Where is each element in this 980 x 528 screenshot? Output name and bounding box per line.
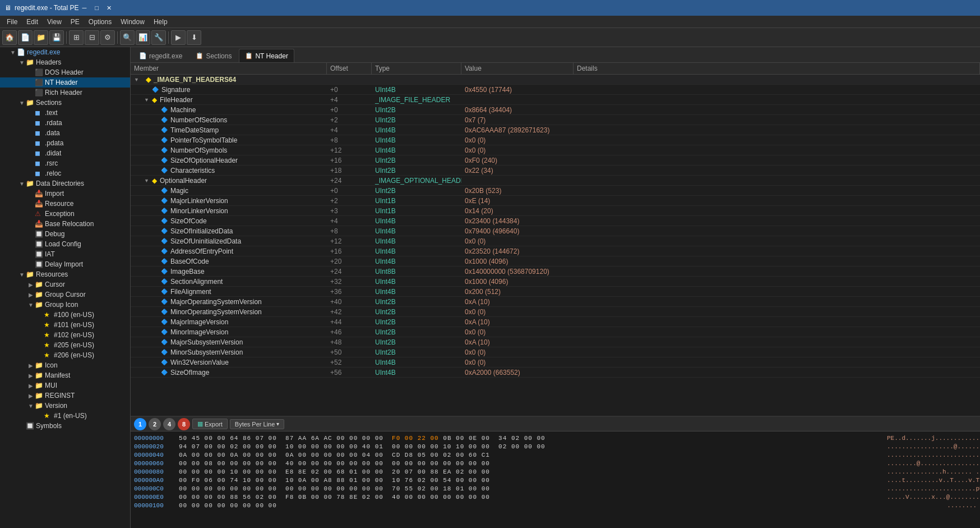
export-button[interactable]: ▦ Export bbox=[192, 419, 228, 429]
toolbar-btn-1[interactable]: 🏠 bbox=[2, 30, 17, 45]
hex-tab-8[interactable]: 8 bbox=[178, 418, 190, 430]
table-row[interactable]: 🔷 TimeDateStamp +4 UInt4B 0xAC6AAA87 (28… bbox=[131, 125, 980, 135]
table-row[interactable]: 🔷 NumberOfSections +2 UInt2B 0x7 (7) bbox=[131, 115, 980, 125]
upper-area[interactable]: Member Offset Type Value Details ▼ ◆ _IM… bbox=[131, 63, 980, 416]
tree-cursor[interactable]: ▶ 📁 Cursor bbox=[0, 279, 130, 290]
bytes-per-line-button[interactable]: Bytes Per Line ▾ bbox=[230, 419, 285, 429]
table-row[interactable]: 🔷 MajorOperatingSystemVersion +40 UInt2B… bbox=[131, 297, 980, 307]
toolbar-btn-6[interactable]: ⊟ bbox=[85, 30, 99, 45]
toolbar-btn-8[interactable]: 🔍 bbox=[120, 30, 135, 45]
tree-didat[interactable]: ◼ .didat bbox=[0, 148, 130, 158]
tree-res-100[interactable]: ★ #100 (en-US) bbox=[0, 310, 130, 320]
tree-exception[interactable]: ⚠ Exception bbox=[0, 209, 130, 219]
tree-debug[interactable]: 🔲 Debug bbox=[0, 229, 130, 239]
table-row[interactable]: 🔷 MajorSubsystemVersion +48 UInt2B 0xA (… bbox=[131, 337, 980, 347]
table-row[interactable]: ▼ ◆ FileHeader +4 _IMAGE_FILE_HEADER bbox=[131, 95, 980, 105]
hex-tab-2[interactable]: 2 bbox=[149, 418, 161, 430]
toolbar-btn-10[interactable]: 🔧 bbox=[151, 30, 166, 45]
tree-rsrc[interactable]: ◼ .rsrc bbox=[0, 158, 130, 168]
close-button[interactable]: ✕ bbox=[104, 2, 115, 13]
tree-sections[interactable]: ▼ 📁 Sections bbox=[0, 98, 130, 108]
tree-rich-header[interactable]: ⬛ Rich Header bbox=[0, 88, 130, 98]
tab-regedit[interactable]: 📄 regedit.exe bbox=[133, 49, 188, 62]
table-row[interactable]: 🔷 AddressOfEntryPoint +16 UInt4B 0x23520… bbox=[131, 246, 980, 256]
tree-pdata[interactable]: ◼ .pdata bbox=[0, 138, 130, 148]
table-row[interactable]: 🔷 Signature +0 UInt4B 0x4550 (17744) bbox=[131, 85, 980, 95]
menu-options[interactable]: Options bbox=[84, 17, 116, 27]
toolbar-btn-9[interactable]: 📊 bbox=[136, 30, 150, 45]
tree-res-206[interactable]: ★ #206 (en-US) bbox=[0, 350, 130, 360]
table-row[interactable]: 🔷 MinorImageVersion +46 UInt2B 0x0 (0) bbox=[131, 327, 980, 337]
tree-nt-header[interactable]: ⬛ NT Header bbox=[0, 77, 130, 88]
table-row[interactable]: 🔷 Win32VersionValue +52 UInt4B 0x0 (0) bbox=[131, 357, 980, 368]
toolbar-btn-5[interactable]: ⊞ bbox=[69, 30, 84, 45]
table-row[interactable]: 🔷 SectionAlignment +32 UInt4B 0x1000 (40… bbox=[131, 277, 980, 287]
toolbar-btn-12[interactable]: ⬇ bbox=[187, 30, 201, 45]
table-row[interactable]: 🔷 NumberOfSymbols +12 UInt4B 0x0 (0) bbox=[131, 145, 980, 155]
tree-loadconfig[interactable]: 🔲 Load Config bbox=[0, 239, 130, 249]
tree-data[interactable]: ◼ .data bbox=[0, 128, 130, 138]
menu-pe[interactable]: PE bbox=[66, 17, 84, 27]
tree-reloc[interactable]: ◼ .reloc bbox=[0, 168, 130, 178]
tree-version[interactable]: ▼ 📁 Version bbox=[0, 401, 130, 411]
table-row[interactable]: 🔷 SizeOfUninitializedData +12 UInt4B 0x0… bbox=[131, 236, 980, 246]
table-row[interactable]: 🔷 Magic +0 UInt2B 0x20B (523) bbox=[131, 186, 980, 196]
table-row[interactable]: 🔷 MinorSubsystemVersion +50 UInt2B 0x0 (… bbox=[131, 347, 980, 357]
menu-window[interactable]: Window bbox=[116, 17, 149, 27]
tree-res-205[interactable]: ★ #205 (en-US) bbox=[0, 340, 130, 350]
menu-file[interactable]: File bbox=[2, 17, 22, 27]
tree-mui[interactable]: ▶ 📁 MUI bbox=[0, 380, 130, 391]
tree-ver-1[interactable]: ★ #1 (en-US) bbox=[0, 411, 130, 421]
menu-help[interactable]: Help bbox=[149, 17, 172, 27]
table-row[interactable]: 🔷 MinorOperatingSystemVersion +42 UInt2B… bbox=[131, 307, 980, 317]
menu-edit[interactable]: Edit bbox=[22, 17, 43, 27]
table-row[interactable]: 🔷 SizeOfOptionalHeader +16 UInt2B 0xF0 (… bbox=[131, 155, 980, 166]
minimize-button[interactable]: ─ bbox=[79, 2, 90, 13]
tree-manifest[interactable]: ▶ 📁 Manifest bbox=[0, 370, 130, 380]
table-row[interactable]: 🔷 Characteristics +18 UInt2B 0x22 (34) bbox=[131, 166, 980, 176]
toolbar-btn-3[interactable]: 📁 bbox=[34, 30, 48, 45]
tree-delayimport[interactable]: 🔲 Delay Import bbox=[0, 259, 130, 269]
tree-group-icon[interactable]: ▼ 📁 Group Icon bbox=[0, 300, 130, 310]
hex-tab-4[interactable]: 4 bbox=[163, 418, 175, 430]
tree-dos-header[interactable]: ⬛ DOS Header bbox=[0, 67, 130, 77]
toolbar-btn-2[interactable]: 📄 bbox=[18, 30, 33, 45]
table-row[interactable]: 🔷 PointerToSymbolTable +8 UInt4B 0x0 (0) bbox=[131, 135, 980, 145]
tree-resource[interactable]: 📥 Resource bbox=[0, 199, 130, 209]
tree-res-102[interactable]: ★ #102 (en-US) bbox=[0, 330, 130, 340]
tree-reginst[interactable]: ▶ 📁 REGINST bbox=[0, 391, 130, 401]
tab-sections[interactable]: 📋 Sections bbox=[189, 49, 238, 62]
menu-view[interactable]: View bbox=[43, 17, 66, 27]
tab-ntheader[interactable]: 📋 NT Header bbox=[239, 49, 294, 62]
table-row[interactable]: 🔷 ImageBase +24 UInt8B 0x140000000 (5368… bbox=[131, 267, 980, 277]
tree-symbols[interactable]: 🔲 Symbols bbox=[0, 421, 130, 431]
table-row[interactable]: 🔷 MajorImageVersion +44 UInt2B 0xA (10) bbox=[131, 317, 980, 327]
tree-headers[interactable]: ▼ 📁 Headers bbox=[0, 57, 130, 67]
tree-iat[interactable]: 🔲 IAT bbox=[0, 249, 130, 259]
hex-tab-1[interactable]: 1 bbox=[134, 418, 146, 430]
table-row[interactable]: 🔷 BaseOfCode +20 UInt4B 0x1000 (4096) bbox=[131, 256, 980, 267]
table-row[interactable]: ▼ ◆ _IMAGE_NT_HEADERS64 bbox=[131, 75, 980, 85]
tree-group-cursor[interactable]: ▶ 📁 Group Cursor bbox=[0, 290, 130, 300]
tree-basereloc[interactable]: 📥 Base Relocation bbox=[0, 219, 130, 229]
table-row[interactable]: 🔷 Machine +0 UInt2B 0x8664 (34404) bbox=[131, 105, 980, 115]
table-row[interactable]: 🔷 FileAlignment +36 UInt4B 0x200 (512) bbox=[131, 287, 980, 297]
toolbar-btn-7[interactable]: ⚙ bbox=[100, 30, 115, 45]
table-row[interactable]: 🔷 MajorLinkerVersion +2 UInt1B 0xE (14) bbox=[131, 196, 980, 206]
table-row[interactable]: ▼ ◆ OptionalHeader +24 _IMAGE_OPTIONAL_H… bbox=[131, 176, 980, 186]
table-row[interactable]: 🔷 MinorLinkerVersion +3 UInt1B 0x14 (20) bbox=[131, 206, 980, 216]
maximize-button[interactable]: □ bbox=[91, 2, 103, 13]
tree-icon-folder[interactable]: ▶ 📁 Icon bbox=[0, 360, 130, 370]
table-row[interactable]: 🔷 SizeOfInitializedData +8 UInt4B 0x7940… bbox=[131, 226, 980, 236]
toolbar-btn-4[interactable]: 💾 bbox=[49, 30, 64, 45]
table-row[interactable]: 🔷 SizeOfCode +4 UInt4B 0x23400 (144384) bbox=[131, 216, 980, 226]
tree-datadirs[interactable]: ▼ 📁 Data Directories bbox=[0, 178, 130, 189]
table-row[interactable]: 🔷 SizeOfImage +56 UInt4B 0xA2000 (663552… bbox=[131, 368, 980, 378]
tree-rdata[interactable]: ◼ .rdata bbox=[0, 118, 130, 128]
toolbar-btn-11[interactable]: ▶ bbox=[171, 30, 186, 45]
tree-root[interactable]: ▼ 📄 regedit.exe bbox=[0, 47, 130, 57]
tree-import[interactable]: 📥 Import bbox=[0, 189, 130, 199]
tree-res-101[interactable]: ★ #101 (en-US) bbox=[0, 320, 130, 330]
tree-text[interactable]: ◼ .text bbox=[0, 108, 130, 118]
tree-resources[interactable]: ▼ 📁 Resources bbox=[0, 269, 130, 279]
